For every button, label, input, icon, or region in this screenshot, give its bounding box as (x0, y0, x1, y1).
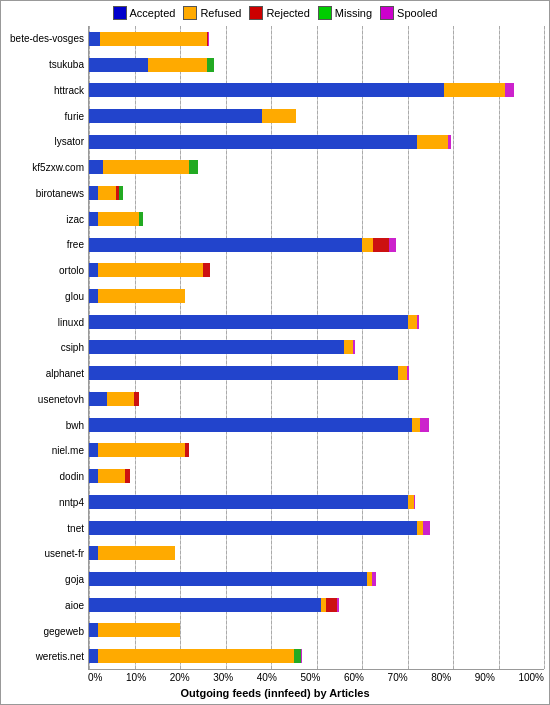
bar-segment-refused (98, 546, 175, 560)
bar-row: 8164223 (89, 364, 544, 382)
bar-segment-accepted (89, 443, 98, 457)
legend-item-spooled: Spooled (380, 6, 437, 20)
bar-segment-refused (98, 263, 203, 277)
x-axis-labels: 0%10%20%30%40%50%60%70%80%90%100% (88, 670, 544, 685)
bar-segment-missing (189, 160, 198, 174)
bar-row: 6659236 (89, 338, 544, 356)
bar-segment-accepted (89, 58, 148, 72)
bar-segment-accepted (89, 289, 98, 303)
bar-segment-spooled (337, 598, 338, 612)
bar-row: 2316191 (89, 441, 544, 459)
bar-segment-refused (100, 32, 207, 46)
bar-segment-spooled (407, 366, 408, 380)
bar-row: 16641663 (89, 56, 544, 74)
legend-item-rejected: Rejected (249, 6, 309, 20)
bar-row: 1155462 (89, 210, 544, 228)
bar-row: 7297331 (89, 236, 544, 254)
bar-row: 7350140 (89, 570, 544, 588)
bar-segment-spooled (389, 238, 396, 252)
bar-segment-spooled (420, 418, 429, 432)
bar-segment-refused (408, 495, 415, 509)
bar-segment-spooled (208, 32, 209, 46)
x-axis-label: 10% (126, 672, 146, 683)
bar-segment-refused (98, 649, 294, 663)
x-axis-label: 50% (300, 672, 320, 683)
bar-segment-rejected (326, 598, 337, 612)
bar-segment-accepted (89, 546, 98, 560)
bar-row: 8566160 (89, 519, 544, 537)
grid-line (544, 26, 545, 669)
y-label: gegeweb (43, 622, 84, 640)
bar-segment-spooled (423, 521, 430, 535)
bar-row: 6148127 (89, 596, 544, 614)
legend-item-missing: Missing (318, 6, 372, 20)
bar-row: 2298294 (89, 287, 544, 305)
bar-segment-refused (98, 623, 180, 637)
bar-segment-rejected (185, 443, 190, 457)
x-axis-label: 70% (388, 672, 408, 683)
bar-segment-accepted (89, 469, 98, 483)
bar-segment-rejected (203, 263, 210, 277)
bar-segment-accepted (89, 521, 417, 535)
y-label: glou (65, 287, 84, 305)
bar-segment-refused (412, 418, 420, 432)
x-axis-label: 40% (257, 672, 277, 683)
bar-segment-accepted (89, 238, 362, 252)
y-label: tsukuba (49, 56, 84, 74)
bar-row: 4438879 (89, 107, 544, 125)
bar-segment-refused (98, 289, 184, 303)
bar-segment-refused (98, 469, 125, 483)
y-label: usenet-fr (45, 545, 84, 563)
x-axis-label: 20% (170, 672, 190, 683)
bar-segment-refused (398, 366, 407, 380)
chart-container: AcceptedRefusedRejectedMissingSpooled be… (0, 0, 550, 705)
legend-item-accepted: Accepted (113, 6, 176, 20)
y-labels: bete-des-vosgestsukubahttrackfurielysato… (6, 26, 88, 670)
bar-segment-refused (344, 340, 353, 354)
bar-segment-spooled (505, 83, 514, 97)
bar-segment-missing (119, 186, 124, 200)
y-label: furie (65, 107, 84, 125)
bar-row: 2123154 (89, 544, 544, 562)
bar-segment-refused (98, 186, 116, 200)
bar-row: 8354171 (89, 493, 544, 511)
chart-area: bete-des-vosgestsukubahttrackfurielysato… (6, 26, 544, 670)
y-label: csiph (61, 339, 84, 357)
bar-segment-accepted (89, 186, 98, 200)
bar-segment-accepted (89, 340, 344, 354)
bar-segment-spooled (414, 495, 415, 509)
bar-segment-refused (98, 212, 139, 226)
bar-segment-refused (148, 58, 207, 72)
y-label: free (67, 236, 84, 254)
bar-row: 2822302 (89, 261, 544, 279)
y-label: izac (66, 210, 84, 228)
x-axis-label: 60% (344, 672, 364, 683)
y-label: nntp4 (59, 493, 84, 511)
bar-segment-rejected (125, 469, 130, 483)
bar-row: 732183 (89, 467, 544, 485)
x-axis-label: 30% (213, 672, 233, 683)
bar-segment-accepted (89, 392, 107, 406)
y-label: weretis.net (36, 648, 84, 666)
x-axis-label: 0% (88, 672, 102, 683)
bar-segment-accepted (89, 649, 98, 663)
x-axis-label: 90% (475, 672, 495, 683)
bar-segment-refused (98, 443, 184, 457)
bar-segment-accepted (89, 418, 412, 432)
bar-segment-missing (207, 58, 214, 72)
y-label: dodin (60, 468, 84, 486)
bar-segment-refused (408, 315, 417, 329)
bar-segment-rejected (373, 238, 389, 252)
y-label: ortolo (59, 262, 84, 280)
bar-segment-refused (103, 160, 189, 174)
x-axis-label: 80% (431, 672, 451, 683)
bar-row: 8319238 (89, 313, 544, 331)
y-label: aioe (65, 596, 84, 614)
bar-segment-missing (294, 649, 301, 663)
bar-row: 744210 (89, 390, 544, 408)
bar-segment-accepted (89, 572, 367, 586)
y-label: birotanews (36, 184, 84, 202)
y-label: httrack (54, 81, 84, 99)
bar-row: 703493 (89, 184, 544, 202)
bar-segment-refused (362, 238, 373, 252)
